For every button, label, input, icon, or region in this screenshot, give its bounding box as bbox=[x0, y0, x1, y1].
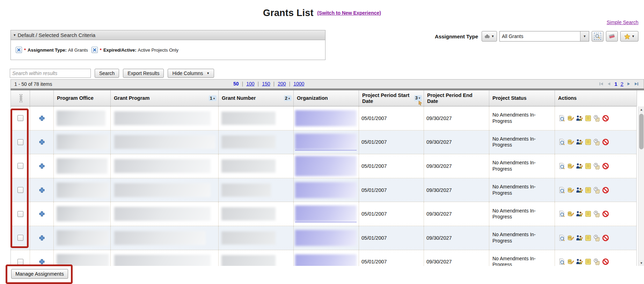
edit-financials-icon[interactable] bbox=[567, 163, 574, 170]
assignment-type-menu-button[interactable]: ▼ bbox=[482, 31, 497, 42]
search-within-results-input[interactable] bbox=[10, 69, 91, 78]
scroll-down-button[interactable]: ▼ bbox=[638, 260, 644, 266]
row-checkbox[interactable] bbox=[17, 187, 23, 193]
edit-people-icon[interactable] bbox=[576, 187, 583, 194]
redacted-organization-link[interactable] bbox=[295, 182, 357, 198]
scrollbar-thumb[interactable] bbox=[639, 114, 644, 149]
switch-experience-link[interactable]: (Switch to New Experience) bbox=[317, 10, 381, 16]
page-size-150[interactable]: 150 bbox=[262, 81, 270, 87]
run-search-button[interactable] bbox=[592, 31, 603, 42]
scroll-up-button[interactable]: ▲ bbox=[638, 106, 644, 112]
row-checkbox[interactable] bbox=[17, 163, 23, 169]
edit-financials-icon[interactable] bbox=[567, 187, 574, 194]
no-action-icon[interactable] bbox=[602, 187, 609, 194]
view-grant-icon[interactable] bbox=[558, 139, 565, 145]
sort-badge[interactable]: 1▲ bbox=[209, 95, 217, 101]
edit-people-icon[interactable] bbox=[576, 163, 583, 170]
view-grant-icon[interactable] bbox=[558, 115, 565, 122]
edit-people-icon[interactable] bbox=[576, 139, 583, 145]
header-program-office[interactable]: Program Office bbox=[54, 90, 111, 106]
remove-filter-button[interactable] bbox=[16, 47, 22, 53]
notes-icon[interactable] bbox=[585, 139, 592, 145]
edit-people-icon[interactable] bbox=[576, 210, 583, 217]
first-page-button[interactable] bbox=[599, 82, 603, 86]
previous-page-button[interactable] bbox=[607, 82, 611, 86]
view-grant-icon[interactable] bbox=[558, 258, 565, 265]
no-action-icon[interactable] bbox=[602, 163, 609, 170]
row-checkbox[interactable] bbox=[17, 235, 23, 241]
select-arrow-icon[interactable]: ▼ bbox=[580, 31, 589, 41]
page-size-50[interactable]: 50 bbox=[233, 81, 239, 87]
last-page-button[interactable] bbox=[634, 82, 639, 86]
manage-assignments-button[interactable]: Manage Assignments bbox=[11, 269, 68, 279]
notes-icon[interactable] bbox=[585, 187, 592, 194]
no-action-icon[interactable] bbox=[602, 258, 609, 265]
view-grant-icon[interactable] bbox=[558, 163, 565, 170]
expand-row-icon[interactable] bbox=[39, 211, 45, 217]
history-icon[interactable] bbox=[593, 258, 600, 265]
edit-financials-icon[interactable] bbox=[567, 115, 574, 122]
hide-columns-button[interactable]: Hide Columns ▼ bbox=[168, 69, 214, 78]
redacted-organization-link[interactable] bbox=[295, 230, 357, 246]
redacted-organization-link[interactable] bbox=[295, 134, 357, 150]
history-icon[interactable] bbox=[593, 139, 600, 145]
redacted-organization-link[interactable] bbox=[295, 205, 357, 222]
row-checkbox[interactable] bbox=[17, 115, 23, 121]
page-size-200[interactable]: 200 bbox=[278, 81, 286, 87]
no-action-icon[interactable] bbox=[602, 139, 609, 145]
favorites-button[interactable]: ▼ bbox=[620, 31, 638, 42]
edit-people-icon[interactable] bbox=[576, 258, 583, 265]
sort-badge[interactable]: 2▲ bbox=[284, 95, 292, 101]
history-icon[interactable] bbox=[593, 234, 600, 241]
export-results-button[interactable]: Export Results bbox=[123, 69, 164, 78]
redacted-organization-link[interactable] bbox=[295, 254, 357, 266]
select-all-checkbox[interactable] bbox=[21, 95, 21, 101]
page-2-link[interactable]: 2 bbox=[621, 81, 623, 87]
edit-financials-icon[interactable] bbox=[567, 139, 574, 145]
edit-people-icon[interactable] bbox=[576, 234, 583, 241]
view-grant-icon[interactable] bbox=[558, 210, 565, 217]
expand-row-icon[interactable] bbox=[39, 259, 45, 264]
expand-row-icon[interactable] bbox=[39, 187, 45, 193]
simple-search-link[interactable]: Simple Search bbox=[607, 20, 638, 25]
view-grant-icon[interactable] bbox=[558, 234, 565, 241]
expand-row-icon[interactable] bbox=[39, 163, 45, 169]
view-grant-icon[interactable] bbox=[558, 187, 565, 194]
no-action-icon[interactable] bbox=[602, 210, 609, 217]
expand-row-icon[interactable] bbox=[39, 115, 45, 121]
page-size-100[interactable]: 100 bbox=[246, 81, 254, 87]
edit-people-icon[interactable] bbox=[576, 115, 583, 122]
row-checkbox[interactable] bbox=[17, 139, 23, 145]
header-project-status[interactable]: Project Status bbox=[489, 90, 555, 106]
search-button[interactable]: Search bbox=[95, 69, 119, 78]
header-organization[interactable]: Organization bbox=[294, 90, 359, 106]
remove-filter-button[interactable] bbox=[92, 47, 98, 53]
no-action-icon[interactable] bbox=[602, 234, 609, 241]
history-icon[interactable] bbox=[593, 210, 600, 217]
row-checkbox[interactable] bbox=[17, 259, 23, 265]
edit-financials-icon[interactable] bbox=[567, 210, 574, 217]
redacted-organization-link[interactable] bbox=[295, 110, 357, 126]
redacted-organization-link[interactable] bbox=[295, 156, 357, 176]
header-start-date[interactable]: Project Period Start Date 3▼ bbox=[359, 90, 424, 106]
no-action-icon[interactable] bbox=[602, 115, 609, 122]
notes-icon[interactable] bbox=[585, 234, 592, 241]
sort-badge[interactable]: 3▼ bbox=[414, 95, 422, 101]
header-end-date[interactable]: Project Period End Date bbox=[424, 90, 489, 106]
next-page-button[interactable] bbox=[627, 82, 631, 86]
notes-icon[interactable] bbox=[585, 115, 592, 122]
vertical-scrollbar[interactable]: ▲ ▼ bbox=[638, 106, 644, 266]
row-checkbox[interactable] bbox=[17, 211, 23, 217]
criteria-panel-header[interactable]: ▾ Default / Selected Search Criteria bbox=[11, 30, 325, 40]
edit-financials-icon[interactable] bbox=[567, 234, 574, 241]
header-grant-number[interactable]: Grant Number 2▲ bbox=[219, 90, 294, 106]
header-grant-program[interactable]: Grant Program 1▲ bbox=[111, 90, 219, 106]
page-size-1000[interactable]: 1000 bbox=[293, 81, 304, 87]
notes-icon[interactable] bbox=[585, 210, 592, 217]
expand-row-icon[interactable] bbox=[39, 139, 45, 145]
history-icon[interactable] bbox=[593, 115, 600, 122]
notes-icon[interactable] bbox=[585, 163, 592, 170]
expand-row-icon[interactable] bbox=[39, 235, 45, 241]
notes-icon[interactable] bbox=[585, 258, 592, 265]
edit-financials-icon[interactable] bbox=[567, 258, 574, 265]
